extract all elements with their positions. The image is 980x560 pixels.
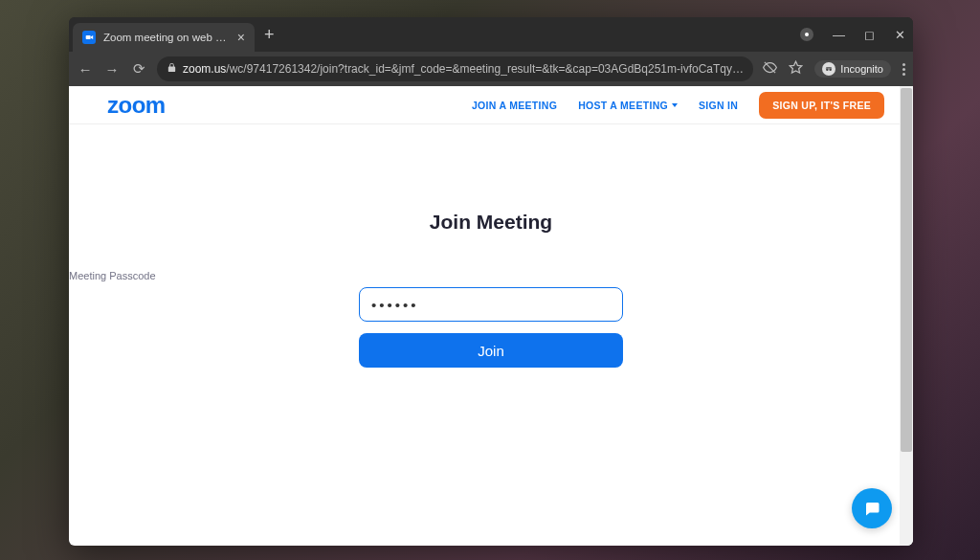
chat-icon [863, 500, 880, 517]
join-meeting-link[interactable]: JOIN A MEETING [472, 100, 557, 111]
svg-rect-0 [86, 35, 91, 39]
scrollbar-track[interactable] [900, 86, 913, 546]
host-meeting-dropdown[interactable]: HOST A MEETING [578, 100, 678, 111]
star-icon[interactable] [789, 60, 803, 78]
svg-marker-2 [791, 61, 803, 73]
minimize-button[interactable]: — [833, 28, 844, 42]
browser-titlebar: Zoom meeting on web - Zoom × + — ◻ ✕ [69, 17, 913, 52]
incognito-badge[interactable]: Incognito [814, 60, 891, 78]
site-header: zoom JOIN A MEETING HOST A MEETING SIGN … [69, 86, 913, 124]
main-content: Join Meeting Meeting Passcode Join [69, 124, 913, 368]
browser-window: Zoom meeting on web - Zoom × + — ◻ ✕ ← →… [69, 17, 913, 546]
eye-off-icon[interactable] [763, 60, 777, 78]
join-button[interactable]: Join [359, 333, 623, 368]
lock-icon [167, 62, 177, 76]
url-text: zoom.us/wc/97417261342/join?track_id=&jm… [183, 62, 744, 76]
page-title: Join Meeting [430, 211, 552, 234]
scrollbar-thumb[interactable] [901, 88, 912, 452]
tab-title: Zoom meeting on web - Zoom [103, 32, 230, 43]
menu-button[interactable] [902, 63, 905, 76]
incognito-label: Incognito [840, 63, 883, 75]
browser-toolbar: ← → ⟳ zoom.us/wc/97417261342/join?track_… [69, 52, 913, 86]
address-bar[interactable]: zoom.us/wc/97417261342/join?track_id=&jm… [157, 56, 753, 81]
passcode-label: Meeting Passcode [69, 270, 333, 281]
zoom-logo[interactable]: zoom [107, 92, 166, 119]
window-controls: — ◻ ✕ [800, 17, 905, 52]
host-meeting-label: HOST A MEETING [578, 100, 668, 111]
chevron-down-icon [672, 103, 678, 107]
url-host: zoom.us [183, 62, 226, 76]
close-tab-icon[interactable]: × [237, 31, 245, 44]
page-viewport: zoom JOIN A MEETING HOST A MEETING SIGN … [69, 86, 913, 546]
media-indicator-icon[interactable] [800, 28, 813, 41]
incognito-icon [822, 62, 835, 76]
sign-up-button[interactable]: SIGN UP, IT'S FREE [759, 92, 884, 119]
maximize-button[interactable]: ◻ [863, 28, 875, 42]
zoom-favicon-icon [82, 31, 96, 44]
svg-point-4 [830, 69, 833, 72]
sign-in-link[interactable]: SIGN IN [699, 100, 738, 111]
url-path: /wc/97417261342/join?track_id=&jmf_code=… [226, 62, 744, 76]
header-nav: JOIN A MEETING HOST A MEETING SIGN IN SI… [472, 92, 884, 119]
back-button[interactable]: ← [77, 61, 94, 78]
chat-bubble-button[interactable] [852, 488, 892, 528]
browser-tab[interactable]: Zoom meeting on web - Zoom × [73, 23, 255, 52]
passcode-input[interactable] [359, 287, 623, 322]
new-tab-button[interactable]: + [264, 26, 275, 43]
toolbar-right-icons: Incognito [763, 60, 905, 78]
close-window-button[interactable]: ✕ [894, 28, 905, 42]
svg-point-3 [826, 69, 829, 72]
forward-button[interactable]: → [103, 61, 121, 78]
reload-button[interactable]: ⟳ [130, 60, 147, 78]
